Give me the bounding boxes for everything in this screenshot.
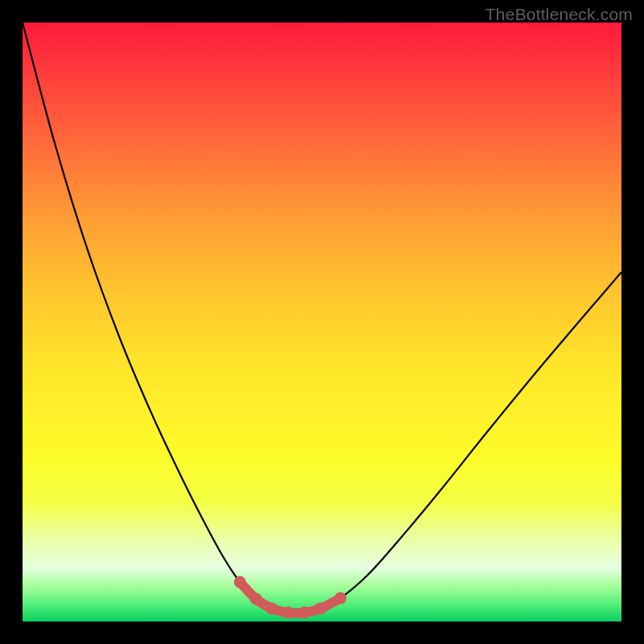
highlight-dot [283,607,295,619]
highlight-dot [299,607,311,619]
curve-layer [23,23,621,621]
chart-frame: TheBottleneck.com [0,0,644,644]
highlight-dot [250,593,262,605]
watermark-text: TheBottleneck.com [485,5,633,24]
bottleneck-curve [23,23,621,613]
plot-area [23,23,621,621]
highlight-dot [266,603,279,615]
highlight-dots [234,576,347,619]
highlight-dot [335,592,347,605]
highlight-dot [315,603,327,615]
highlight-dot [234,576,246,588]
